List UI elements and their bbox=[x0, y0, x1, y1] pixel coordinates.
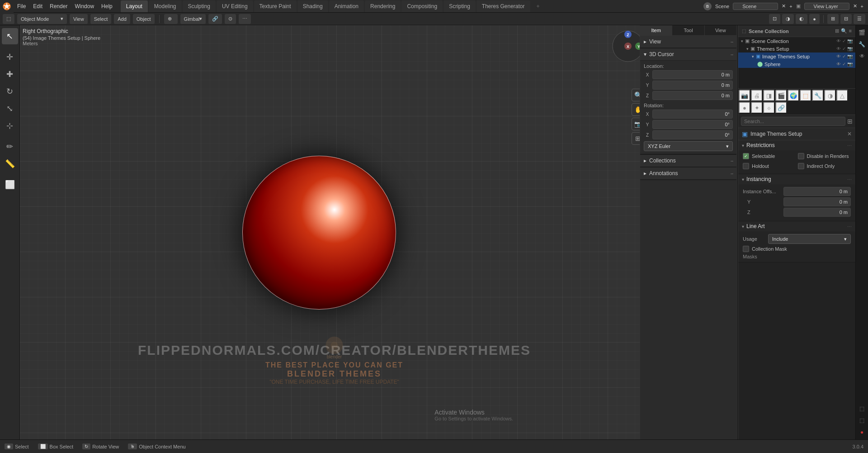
tab-shading[interactable]: Shading bbox=[297, 0, 328, 12]
scale-tool-btn[interactable]: ⤡ bbox=[2, 100, 18, 117]
viewlayer-add-icon[interactable]: + bbox=[861, 4, 863, 9]
props-filter-icon[interactable]: ⊞ bbox=[847, 118, 853, 125]
toolbar-more-btn[interactable]: ⋯ bbox=[239, 14, 251, 24]
menu-window[interactable]: Window bbox=[71, 0, 98, 13]
n-tab-tool[interactable]: Tool bbox=[672, 25, 704, 35]
cursor-loc-x-field[interactable]: 0 m bbox=[652, 70, 733, 79]
object-mode-btn[interactable]: Object Mode ▾ bbox=[17, 14, 67, 24]
n-tab-item[interactable]: Item bbox=[640, 25, 672, 35]
sc-vis-icon[interactable]: 👁 bbox=[836, 38, 841, 43]
viewport-shading-render[interactable]: ● bbox=[809, 14, 820, 24]
restrictions-header[interactable]: ▾ Restrictions ··· bbox=[738, 140, 855, 150]
tab-texture-paint[interactable]: Texture Paint bbox=[254, 0, 297, 12]
viewlayer-dropdown[interactable]: View Layer bbox=[804, 3, 849, 10]
transform-tool-btn[interactable]: ⊹ bbox=[2, 118, 18, 134]
viewport[interactable]: Right Orthographic (54) Image Themes Set… bbox=[20, 25, 649, 439]
outliner-search-icon[interactable]: 🔍 bbox=[841, 28, 847, 34]
ts-cam-icon[interactable]: 📷 bbox=[847, 46, 853, 51]
disable-renders-cb[interactable] bbox=[798, 153, 804, 159]
its-cam-icon[interactable]: 📷 bbox=[847, 54, 853, 59]
editor-type-btn[interactable]: ⬚ bbox=[3, 14, 14, 24]
tab-compositing[interactable]: Compositing bbox=[401, 0, 443, 12]
strip-view-icon[interactable]: 👁 bbox=[857, 51, 868, 62]
outliner-image-themes-setup[interactable]: ▾ ▣ Image Themes Setup 👁 ✓ 📷 bbox=[738, 52, 855, 60]
tab-rendering[interactable]: Rendering bbox=[365, 0, 401, 12]
scene-close-icon[interactable]: ✕ bbox=[782, 3, 786, 9]
outliner-scene-collection[interactable]: ▾ ▣ Scene Collection 👁 ✓ 📷 bbox=[738, 37, 855, 45]
add-workspace-btn[interactable]: + bbox=[531, 0, 545, 12]
prop-render-btn[interactable]: 📷 bbox=[739, 90, 750, 101]
render-icon[interactable]: ▣ bbox=[796, 3, 801, 9]
menu-render[interactable]: Render bbox=[46, 0, 71, 13]
pivot-btn[interactable]: ⊕ bbox=[164, 14, 178, 24]
obj-header-pin[interactable]: ✕ bbox=[847, 131, 852, 137]
collections-section-header[interactable]: ▸ Collections ··· bbox=[640, 155, 736, 167]
viewlayer-close-icon[interactable]: ✕ bbox=[853, 3, 857, 9]
euler-dropdown[interactable]: XYZ Euler ▾ bbox=[644, 141, 733, 151]
measure-tool-btn[interactable]: 📏 bbox=[2, 156, 18, 172]
prop-data-btn[interactable]: △ bbox=[836, 90, 848, 101]
select-tool-btn[interactable]: ↖ bbox=[2, 28, 18, 44]
scene-add-icon[interactable]: + bbox=[789, 4, 792, 9]
sphere-check-icon[interactable]: ✓ bbox=[842, 62, 846, 67]
tab-animation[interactable]: Animation bbox=[329, 0, 364, 12]
prop-particles-btn[interactable]: ✦ bbox=[751, 102, 763, 114]
view-btn[interactable]: View bbox=[70, 14, 88, 24]
cursor-rot-x-field[interactable]: 0° bbox=[652, 110, 733, 119]
line-art-header[interactable]: ▾ Line Art ··· bbox=[738, 221, 855, 231]
tab-sculpting[interactable]: Sculpting bbox=[183, 0, 216, 12]
holdout-cb[interactable] bbox=[743, 163, 749, 169]
tab-themes-generator[interactable]: Theres Generator bbox=[476, 0, 530, 12]
xray-btn[interactable]: ☰ bbox=[854, 14, 865, 24]
cursor-rot-y-field[interactable]: 0° bbox=[652, 120, 733, 129]
sphere-vis-icon[interactable]: 👁 bbox=[836, 62, 841, 67]
strip-bottom-3[interactable]: ● bbox=[857, 427, 868, 438]
menu-help[interactable]: Help bbox=[98, 0, 116, 13]
viewport-shading-solid[interactable]: ◑ bbox=[782, 14, 794, 24]
proportional-edit-btn[interactable]: ⊙ bbox=[225, 14, 236, 24]
outliner-sphere[interactable]: ⬤ Sphere 👁 ✓ 📷 bbox=[738, 60, 855, 68]
annotate-tool-btn[interactable]: ✏ bbox=[2, 138, 18, 155]
prop-scene-btn[interactable]: 🎬 bbox=[775, 90, 787, 101]
sc-cam-icon[interactable]: 📷 bbox=[847, 38, 853, 43]
snap-btn[interactable]: 🔗 bbox=[208, 14, 222, 24]
annotations-section-header[interactable]: ▸ Annotations ··· bbox=[640, 167, 736, 180]
strip-bottom-2[interactable]: ⬚ bbox=[857, 415, 868, 426]
tab-scripting[interactable]: Scripting bbox=[443, 0, 476, 12]
sc-check-icon[interactable]: ✓ bbox=[842, 38, 846, 43]
tab-layout[interactable]: Layout bbox=[121, 0, 148, 12]
outliner-themes-setup[interactable]: ▾ ▣ Themes Setup 👁 ✓ 📷 bbox=[738, 45, 855, 52]
cursor-loc-y-field[interactable]: 0 m bbox=[652, 81, 733, 90]
outliner-options-icon[interactable]: ≡ bbox=[849, 28, 852, 34]
instancing-header[interactable]: ▾ Instancing ··· bbox=[738, 174, 855, 184]
n-tab-view[interactable]: View bbox=[705, 25, 736, 35]
transform-orientations-btn[interactable]: Gimbal ▾ bbox=[180, 14, 206, 24]
selectable-cb[interactable]: ✓ bbox=[743, 153, 749, 159]
prop-modifier-btn[interactable]: 🔧 bbox=[812, 90, 824, 101]
cursor-section-header[interactable]: ▾ 3D Cursor ··· bbox=[640, 48, 736, 61]
blender-logo[interactable] bbox=[0, 0, 14, 13]
its-check-icon[interactable]: ✓ bbox=[842, 54, 846, 59]
rotate-tool-btn[interactable]: ↻ bbox=[2, 83, 18, 100]
prop-object-btn[interactable]: ⬚ bbox=[800, 90, 811, 101]
instance-offs-field[interactable]: 0 m bbox=[783, 187, 851, 196]
prop-shading-btn[interactable]: ◑ bbox=[824, 90, 836, 101]
its-vis-icon[interactable]: 👁 bbox=[836, 54, 841, 59]
viewport-shading-wire[interactable]: ⊡ bbox=[769, 14, 780, 24]
view-section-header[interactable]: ▸ View ··· bbox=[640, 36, 736, 48]
prop-view-layer-btn[interactable]: ◨ bbox=[763, 90, 775, 101]
prop-physics-btn[interactable]: ⟐ bbox=[763, 102, 775, 114]
prop-constraint-btn[interactable]: 🔗 bbox=[775, 102, 787, 114]
tab-modeling[interactable]: Modeling bbox=[149, 0, 182, 12]
sphere-cam-icon[interactable]: 📷 bbox=[847, 62, 853, 67]
tab-uv-editing[interactable]: UV Editing bbox=[217, 0, 253, 12]
prop-world-btn[interactable]: 🌍 bbox=[788, 90, 799, 101]
cursor-rot-z-field[interactable]: 0° bbox=[652, 130, 733, 139]
move-tool-btn[interactable]: ✚ bbox=[2, 66, 18, 82]
instance-y-field[interactable]: 0 m bbox=[783, 197, 851, 206]
outliner-filter-icon[interactable]: ⊞ bbox=[835, 28, 839, 34]
object-btn[interactable]: Object bbox=[133, 14, 155, 24]
add-cube-btn[interactable]: ⬜ bbox=[2, 176, 18, 193]
cursor-loc-z-field[interactable]: 0 m bbox=[652, 91, 733, 100]
add-btn[interactable]: Add bbox=[114, 14, 130, 24]
